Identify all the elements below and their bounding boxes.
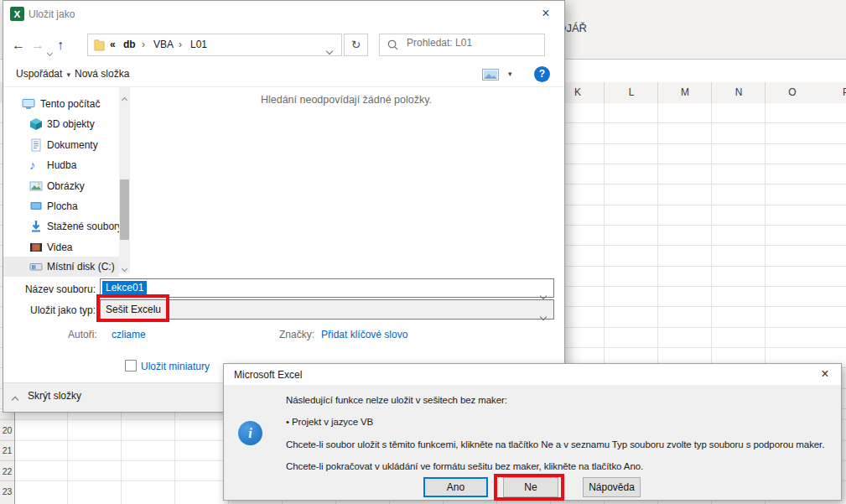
row-header: 22 bbox=[0, 461, 14, 481]
filename-value: Lekce01 bbox=[102, 281, 147, 294]
close-icon[interactable]: × bbox=[814, 365, 836, 383]
organize-button[interactable]: Uspořádat▾ bbox=[16, 63, 70, 86]
sidebar-item-desktop[interactable]: Plocha bbox=[3, 196, 119, 216]
download-arrow-icon bbox=[29, 220, 43, 233]
file-browser-body: Tento počítač 3D objekty Dokumenty ♪ Hud… bbox=[3, 87, 564, 273]
history-chevron-icon[interactable] bbox=[48, 44, 52, 59]
column-header: M bbox=[658, 82, 712, 102]
column-header: L bbox=[605, 82, 658, 102]
info-icon: i bbox=[238, 421, 262, 445]
desktop-icon bbox=[29, 200, 43, 213]
filename-label: Název souboru: bbox=[3, 283, 96, 295]
breadcrumb-item[interactable]: db bbox=[123, 34, 136, 55]
breadcrumb-separator: › bbox=[142, 34, 145, 55]
authors-value[interactable]: czliame bbox=[112, 329, 146, 340]
hide-folders-chevron-icon bbox=[13, 391, 18, 406]
dialog-toolbar: Uspořádat▾ Nová složka ▾ ? bbox=[3, 63, 564, 87]
screen: DJÁŘ K L M N O P 20 21 22 23 24 X Uložit… bbox=[0, 0, 846, 504]
sidebar-item-music[interactable]: ♪ Hudba bbox=[3, 155, 119, 175]
annotation-box-filetype bbox=[96, 294, 169, 322]
msgbox-text: Následující funkce nelze uložit v sešite… bbox=[286, 395, 507, 405]
row-header: 21 bbox=[0, 440, 14, 460]
dialog-titlebar: X Uložit jako × bbox=[3, 1, 564, 27]
sidebar-item-videos[interactable]: Videa bbox=[3, 237, 119, 257]
sidebar-scrollbar[interactable] bbox=[119, 87, 130, 273]
authors-label: Autoři: bbox=[68, 329, 97, 340]
address-bar[interactable]: « db › VBA › L01 bbox=[87, 34, 342, 56]
breadcrumb-root[interactable]: « bbox=[110, 34, 116, 55]
forward-icon[interactable]: → bbox=[31, 33, 44, 58]
save-as-dialog: X Uložit jako × ← → ↑ « db › VBA › L01 bbox=[3, 0, 565, 413]
msgbox-title: Microsoft Excel bbox=[234, 369, 302, 381]
filetype-label: Uložit jako typ: bbox=[3, 304, 96, 316]
pictures-icon bbox=[29, 179, 43, 193]
msgbox-text: Chcete-li soubor uložit s těmito funkcem… bbox=[286, 439, 824, 449]
column-header: N bbox=[712, 82, 766, 102]
computer-icon bbox=[22, 97, 35, 111]
msgbox-text: • Projekt v jazyce VB bbox=[286, 417, 373, 427]
breadcrumb-separator: › bbox=[179, 34, 182, 55]
hide-folders-button[interactable]: Skrýt složky bbox=[28, 390, 81, 402]
new-folder-button[interactable]: Nová složka bbox=[75, 63, 129, 86]
scrollbar-thumb[interactable] bbox=[120, 179, 129, 240]
document-icon bbox=[29, 138, 43, 152]
folder-icon bbox=[93, 38, 106, 55]
dialog-title: Uložit jako bbox=[29, 8, 75, 20]
annotation-box-no-button bbox=[494, 474, 564, 501]
cube-3d-icon bbox=[29, 117, 43, 131]
disk-drive-icon bbox=[29, 260, 43, 273]
empty-results-message: Hledání neodpovídají žádné položky. bbox=[130, 94, 563, 106]
sidebar-item-downloads[interactable]: Stažené soubory bbox=[3, 216, 119, 236]
film-icon bbox=[29, 241, 43, 254]
help-button[interactable]: Nápověda bbox=[583, 477, 641, 497]
caret-down-icon: ▾ bbox=[66, 64, 70, 86]
view-thumbnails-icon[interactable] bbox=[482, 69, 499, 84]
svg-text:X: X bbox=[14, 8, 21, 19]
filetype-dropdown-chevron-icon[interactable] bbox=[541, 308, 546, 323]
up-icon[interactable]: ↑ bbox=[57, 33, 64, 58]
search-box[interactable] bbox=[379, 34, 545, 56]
row-header: 20 bbox=[0, 420, 14, 440]
sidebar-item-pictures[interactable]: Obrázky bbox=[3, 176, 119, 196]
msgbox-titlebar: Microsoft Excel × bbox=[224, 364, 841, 385]
refresh-icon: ↻ bbox=[351, 38, 361, 51]
thumbnail-checkbox[interactable] bbox=[125, 360, 137, 372]
sidebar-item-this-pc[interactable]: Tento počítač bbox=[3, 94, 119, 114]
back-icon[interactable]: ← bbox=[12, 33, 25, 58]
tags-label: Značky: bbox=[279, 329, 314, 340]
navigation-bar: ← → ↑ « db › VBA › L01 ↻ bbox=[3, 33, 564, 58]
column-header: P bbox=[819, 82, 846, 102]
yes-button[interactable]: Ano bbox=[423, 477, 488, 497]
refresh-button[interactable]: ↻ bbox=[344, 34, 368, 56]
thumbnail-checkbox-label[interactable]: Uložit miniatury bbox=[141, 361, 210, 372]
msgbox-text: Chcete-li pokračovat v ukládání ve formá… bbox=[286, 461, 643, 471]
excel-row-headers: 20 21 22 23 24 bbox=[0, 411, 15, 504]
row-header: 23 bbox=[0, 481, 14, 501]
column-header: O bbox=[766, 82, 819, 102]
sidebar-item-documents[interactable]: Dokumenty bbox=[3, 135, 119, 155]
close-icon[interactable]: × bbox=[536, 4, 556, 23]
excel-app-icon: X bbox=[10, 7, 24, 21]
search-input[interactable] bbox=[405, 36, 542, 49]
search-icon bbox=[387, 39, 399, 55]
view-dropdown-caret-icon[interactable]: ▾ bbox=[508, 63, 512, 86]
scroll-up-icon[interactable] bbox=[119, 91, 130, 103]
scroll-down-icon[interactable] bbox=[119, 259, 130, 272]
music-icon: ♪ bbox=[29, 158, 43, 172]
breadcrumb-item[interactable]: L01 bbox=[190, 34, 207, 55]
add-tag-link[interactable]: Přidat klíčové slovo bbox=[321, 329, 407, 340]
address-dropdown-chevron-icon[interactable] bbox=[327, 42, 332, 57]
sidebar-item-local-disk-c[interactable]: Místní disk (C:) bbox=[3, 257, 119, 277]
sidebar-item-3d-objects[interactable]: 3D objekty bbox=[3, 114, 119, 134]
help-icon[interactable]: ? bbox=[534, 66, 550, 82]
breadcrumb-item[interactable]: VBA bbox=[153, 34, 174, 55]
